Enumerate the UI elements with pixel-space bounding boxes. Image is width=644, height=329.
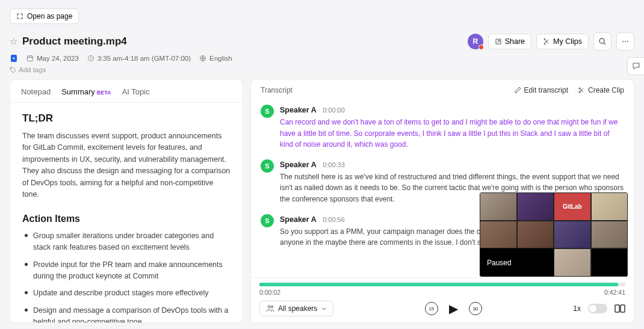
my-clips-button[interactable]: My Clips — [536, 34, 589, 49]
globe-icon — [199, 55, 206, 62]
expand-icon — [16, 13, 23, 20]
open-page-label: Open as page — [27, 12, 72, 20]
search-button[interactable] — [593, 32, 611, 51]
svg-point-3 — [627, 41, 628, 42]
tldr-heading: TL;DR — [22, 112, 231, 125]
pencil-icon — [514, 87, 521, 94]
time-meta: 3:35 am-4:18 am (GMT-07:00) — [87, 55, 191, 62]
action-item: Update and describe product stages more … — [22, 287, 231, 299]
svg-point-11 — [268, 306, 270, 308]
current-time: 0:00:02 — [259, 289, 280, 296]
svg-point-8 — [11, 68, 12, 69]
video-thumbnail[interactable]: GitLab Paused — [480, 192, 628, 277]
svg-rect-5 — [28, 56, 33, 61]
clip-icon — [543, 38, 550, 45]
language-meta: English — [199, 55, 232, 62]
action-item: Group smaller iterations under broader c… — [22, 230, 231, 253]
transcript-panel: Transcript Edit transcript Create Clip S… — [250, 79, 634, 323]
star-icon[interactable]: ☆ — [10, 36, 17, 47]
speaker-name: Speaker A — [280, 106, 317, 114]
beta-badge: BETA — [97, 90, 111, 96]
share-icon — [495, 38, 502, 45]
chat-icon — [632, 62, 640, 70]
svg-rect-13 — [615, 305, 619, 312]
search-icon — [598, 37, 607, 46]
tab-ai-topic[interactable]: AI Topic — [122, 87, 150, 96]
tldr-text: The team discusses event support, produc… — [22, 131, 231, 200]
speaker-name: Speaker A — [280, 215, 317, 224]
paused-label: Paused — [480, 248, 554, 277]
play-button[interactable]: ▶ — [449, 301, 458, 316]
clock-icon — [87, 55, 94, 62]
scissors-icon — [578, 87, 585, 94]
file-icon — [10, 54, 18, 63]
file-badge — [10, 54, 18, 63]
entry-text: Can record and we don't have a ton of it… — [280, 117, 624, 150]
more-button[interactable] — [616, 32, 634, 51]
edit-transcript-button[interactable]: Edit transcript — [514, 86, 568, 94]
speaker-avatar: S — [261, 105, 274, 118]
entry-time: 0:00:56 — [323, 216, 345, 223]
side-chat-tab[interactable] — [627, 57, 644, 75]
skip-forward-button[interactable]: 30 — [469, 302, 482, 315]
transcript-entry[interactable]: S Speaker A 0:00:00 Can record and we do… — [261, 104, 624, 150]
speaker-avatar: S — [261, 214, 274, 227]
action-items-heading: Action Items — [22, 214, 231, 224]
create-clip-button[interactable]: Create Clip — [578, 86, 624, 94]
tag-icon — [10, 67, 16, 73]
speaker-avatar: S — [261, 159, 274, 173]
toggle-switch[interactable] — [588, 304, 607, 313]
calendar-icon — [26, 55, 34, 62]
pip-icon[interactable] — [615, 304, 625, 313]
progress-bar[interactable] — [259, 283, 625, 286]
add-tags-button[interactable]: Add tags — [0, 64, 644, 79]
chevron-down-icon — [321, 306, 327, 312]
svg-rect-14 — [621, 305, 625, 312]
total-time: 0:42:41 — [604, 289, 625, 296]
open-as-page-button[interactable]: Open as page — [10, 8, 79, 24]
action-item: Design and message a comparison of DevOp… — [22, 305, 231, 322]
player-bar: 0:00:02 0:42:41 All speakers 15 ▶ 30 1x — [251, 277, 634, 322]
speaker-dropdown[interactable]: All speakers — [259, 301, 333, 316]
playback-speed[interactable]: 1x — [573, 304, 581, 313]
action-items-list: Group smaller iterations under broader c… — [22, 230, 231, 322]
people-icon — [266, 305, 274, 312]
svg-point-12 — [271, 306, 273, 307]
entry-time: 0:00:00 — [323, 106, 345, 114]
share-button[interactable]: Share — [488, 34, 531, 49]
speaker-name: Speaker A — [280, 161, 317, 169]
tab-summary[interactable]: SummaryBETA — [61, 87, 111, 96]
svg-point-2 — [625, 41, 626, 42]
summary-panel: Notepad SummaryBETA AI Topic TL;DR The t… — [10, 79, 243, 323]
skip-back-button[interactable]: 15 — [425, 302, 438, 315]
tab-notepad[interactable]: Notepad — [21, 87, 51, 96]
transcript-label: Transcript — [261, 86, 293, 94]
avatar[interactable]: R — [468, 34, 483, 49]
svg-point-0 — [599, 38, 604, 43]
action-item: Provide input for the PR team and make a… — [22, 259, 231, 282]
entry-time: 0:00:33 — [323, 161, 345, 168]
svg-point-1 — [622, 41, 624, 42]
page-title: Product meeting.mp4 — [22, 35, 127, 48]
date-meta: May 24, 2023 — [26, 55, 79, 62]
more-icon — [621, 37, 630, 46]
